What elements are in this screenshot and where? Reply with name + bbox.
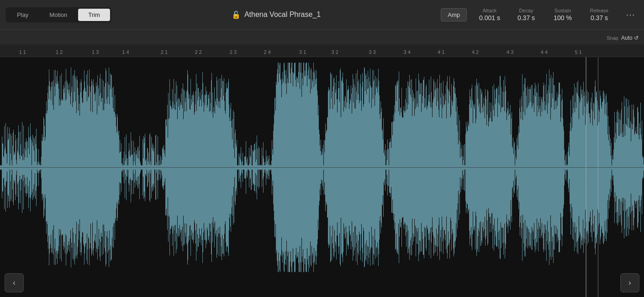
playhead (598, 57, 598, 297)
waveform-canvas (0, 57, 644, 297)
decay-value: 0.37 s (517, 14, 535, 21)
tab-motion[interactable]: Motion (39, 9, 77, 21)
waveform-container: ‹ › (0, 57, 644, 297)
ruler-mark: 4 2 (472, 49, 479, 55)
release-label: Release (590, 8, 608, 13)
sustain-value: 100 % (554, 14, 572, 21)
ruler-mark: 2 2 (195, 49, 202, 55)
sustain-label: Sustain (554, 8, 571, 13)
ruler-mark: 4 4 (541, 49, 548, 55)
ruler-mark: 2 3 (230, 49, 237, 55)
tab-play[interactable]: Play (7, 9, 38, 21)
more-options-button[interactable]: ⋯ (622, 7, 639, 22)
ruler-mark: 3 4 (403, 49, 410, 55)
release-param: Release 0.37 s (586, 8, 613, 21)
track-title: Athena Vocal Phrase_1 (244, 11, 321, 19)
nav-left-button[interactable]: ‹ (5, 273, 24, 292)
sustain-param: Sustain 100 % (549, 8, 576, 21)
attack-param: Attack 0.001 s (476, 8, 503, 21)
ruler-mark: 4 3 (507, 49, 513, 55)
ruler-mark: 3 3 (369, 49, 375, 55)
ruler-mark: 3 2 (332, 49, 338, 55)
controls-section: Amp Attack 0.001 s Decay 0.37 s Sustain … (441, 7, 639, 22)
nav-tabs: Play Motion Trim (5, 7, 111, 22)
attack-label: Attack (483, 8, 497, 13)
ruler-mark: 1 3 (92, 49, 99, 55)
title-section: 🔓 Athena Vocal Phrase_1 (117, 11, 435, 19)
amp-button[interactable]: Amp (441, 8, 467, 21)
decay-param: Decay 0.37 s (512, 8, 540, 21)
ruler-mark: 1 2 (56, 49, 63, 55)
ruler-mark: 1 4 (122, 49, 129, 55)
lock-icon: 🔓 (232, 11, 241, 19)
snap-value[interactable]: Auto ↺ (621, 35, 639, 41)
ruler-mark: 5 1 (575, 49, 582, 55)
ruler-mark: 1 1 (19, 49, 26, 55)
ruler-mark: 2 1 (161, 49, 168, 55)
header: Play Motion Trim 🔓 Athena Vocal Phrase_1… (0, 0, 644, 30)
ruler-mark: 4 1 (438, 49, 444, 55)
ruler-mark: 2 4 (264, 49, 270, 55)
nav-right-button[interactable]: › (620, 273, 639, 292)
right-arrow-icon: › (628, 279, 631, 287)
timeline-ruler: 1 11 21 31 42 12 22 32 43 13 23 33 44 14… (0, 44, 644, 57)
release-value: 0.37 s (591, 14, 608, 21)
snap-label: Snap (607, 35, 618, 41)
tab-trim[interactable]: Trim (78, 9, 110, 21)
left-arrow-icon: ‹ (13, 279, 15, 287)
ruler-mark: 3 1 (299, 49, 306, 55)
attack-value: 0.001 s (479, 14, 500, 21)
decay-label: Decay (519, 8, 533, 13)
snap-area: Snap Auto ↺ (0, 30, 644, 44)
